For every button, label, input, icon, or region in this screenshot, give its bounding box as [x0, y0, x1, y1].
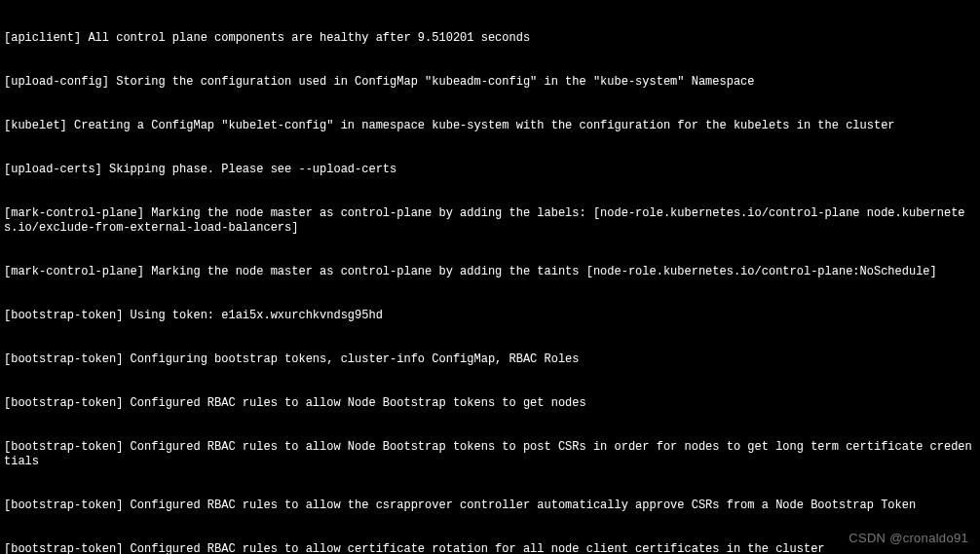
terminal-line: [bootstrap-token] Configured RBAC rules …: [4, 542, 976, 554]
terminal-output[interactable]: [apiclient] All control plane components…: [4, 2, 976, 554]
terminal-line: [bootstrap-token] Configured RBAC rules …: [4, 396, 976, 411]
terminal-line: [mark-control-plane] Marking the node ma…: [4, 265, 976, 279]
terminal-line: [upload-config] Storing the configuratio…: [4, 75, 976, 90]
terminal-line: [mark-control-plane] Marking the node ma…: [4, 206, 976, 236]
terminal-line: [bootstrap-token] Configured RBAC rules …: [4, 499, 976, 513]
terminal-line: [upload-certs] Skipping phase. Please se…: [4, 163, 976, 177]
terminal-line: [apiclient] All control plane components…: [4, 31, 976, 46]
terminal-line: [bootstrap-token] Configured RBAC rules …: [4, 440, 976, 469]
terminal-line: [kubelet] Creating a ConfigMap "kubelet-…: [4, 119, 976, 133]
terminal-line: [bootstrap-token] Using token: e1ai5x.wx…: [4, 309, 976, 323]
terminal-line: [bootstrap-token] Configuring bootstrap …: [4, 352, 976, 367]
watermark: CSDN @cronaldo91: [848, 531, 968, 546]
